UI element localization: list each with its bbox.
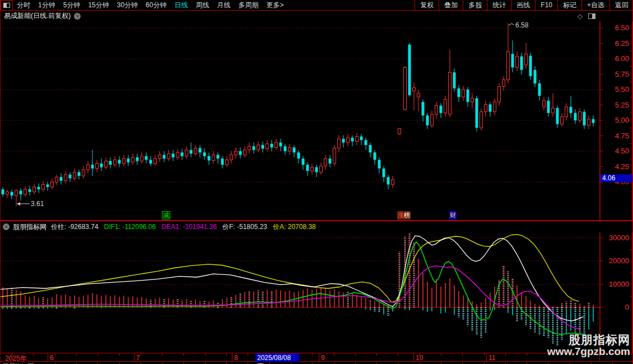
month-label-8: 8 xyxy=(234,354,238,362)
tool-button-叠加[interactable]: 叠加 xyxy=(439,0,463,11)
period-tab-30分钟[interactable]: 30分钟 xyxy=(117,1,138,10)
indicator-axis-label: 10000 xyxy=(609,280,629,288)
period-tab-1分钟[interactable]: 1分钟 xyxy=(38,1,55,10)
week-tick xyxy=(248,353,248,356)
event-marker-涨榜[interactable]: 涨榜 xyxy=(397,211,411,220)
week-tick xyxy=(33,353,34,356)
month-separator xyxy=(413,353,414,362)
indicator-line-magenta xyxy=(1,266,580,329)
week-tick xyxy=(162,353,162,356)
period-tab-5分钟[interactable]: 5分钟 xyxy=(63,1,81,10)
indicator-axis-label: 0 xyxy=(625,303,629,311)
indicator-line-green xyxy=(1,242,583,334)
layout-button[interactable] xyxy=(1,0,13,11)
month-label-6: 6 xyxy=(50,354,54,362)
svg-text:3.61: 3.61 xyxy=(31,200,44,208)
month-separator xyxy=(134,353,134,362)
period-tab-更多>[interactable]: 更多> xyxy=(266,1,283,10)
tool-buttons: 复权叠加多股统计画线F10标记+自选返回 xyxy=(415,0,633,11)
indicator-axis-label: 30000 xyxy=(609,234,629,242)
event-marker-财[interactable]: 财 xyxy=(449,211,457,220)
svg-text:6.58: 6.58 xyxy=(515,21,529,29)
week-tick xyxy=(355,353,356,356)
week-tick xyxy=(376,353,377,356)
axis-border xyxy=(599,353,600,362)
week-tick xyxy=(205,353,206,356)
week-tick xyxy=(183,353,184,356)
candlestick-chart[interactable]: 6.583.616.506.256.005.755.505.255.004.75… xyxy=(1,21,633,221)
indicator-readout: 价F: -51805.23 xyxy=(222,223,267,231)
period-tab-月线[interactable]: 月线 xyxy=(217,1,230,10)
price-axis-label: 5.75 xyxy=(615,70,629,78)
month-separator xyxy=(319,353,319,362)
period-tab-分时[interactable]: 分时 xyxy=(17,1,30,10)
tool-button-返回[interactable]: 返回 xyxy=(609,0,633,11)
week-tick xyxy=(548,353,548,356)
period-tab-日线[interactable]: 日线 xyxy=(174,1,188,10)
month-separator xyxy=(232,353,232,362)
tool-button-复权[interactable]: 复权 xyxy=(415,0,439,11)
trading-app-window: 分时1分钟5分钟15分钟30分钟60分钟日线周线月线多周期更多> 复权叠加多股统… xyxy=(0,0,633,364)
price-axis-label: 4.75 xyxy=(615,132,629,140)
week-tick xyxy=(312,353,313,356)
week-tick xyxy=(55,353,55,356)
tool-button-标记[interactable]: 标记 xyxy=(557,0,581,11)
period-tab-多周期[interactable]: 多周期 xyxy=(238,1,258,10)
selected-date-badge: 2025/08/08五 xyxy=(255,353,299,362)
month-label-11: 11 xyxy=(488,354,495,362)
week-tick xyxy=(527,353,527,356)
diamond-icon[interactable]: ◇ xyxy=(578,12,583,20)
date-axis[interactable]: 2025年 678910112025/08/08五 xyxy=(1,353,633,362)
price-axis-label: 6.50 xyxy=(615,24,629,32)
period-tab-60分钟[interactable]: 60分钟 xyxy=(146,1,166,10)
tool-button-F10[interactable]: F10 xyxy=(535,0,557,11)
week-tick xyxy=(12,353,12,356)
price-axis-label: 6.25 xyxy=(615,39,629,48)
indicator-line-white xyxy=(1,236,583,321)
window-icon[interactable] xyxy=(588,13,595,19)
week-tick xyxy=(334,353,334,356)
period-toolbar: 分时1分钟5分钟15分钟30分钟60分钟日线周线月线多周期更多> 复权叠加多股统… xyxy=(1,0,633,11)
week-tick xyxy=(441,353,441,356)
chevron-down-icon[interactable]: ˅ xyxy=(74,13,81,20)
price-axis-label: 4.25 xyxy=(615,162,629,171)
tool-button-+自选[interactable]: +自选 xyxy=(581,0,609,11)
tool-button-画线[interactable]: 画线 xyxy=(511,0,535,11)
month-label-7: 7 xyxy=(136,354,140,362)
week-tick xyxy=(398,353,398,356)
split-window-icon xyxy=(3,3,10,8)
indicator-chart[interactable]: 3000020000100000 xyxy=(1,232,633,353)
page-title: 易成新能(日线.前复权) xyxy=(4,11,71,21)
week-tick xyxy=(591,353,592,356)
event-marker-减[interactable]: 减 xyxy=(162,211,170,220)
current-price-badge: 4.06 xyxy=(602,174,616,182)
price-axis-label: 5.50 xyxy=(615,85,629,94)
collapse-icon[interactable]: ˅ xyxy=(3,223,10,230)
indicator-name: 股朋指标网 xyxy=(13,222,46,232)
month-separator xyxy=(48,353,48,362)
month-separator xyxy=(486,353,487,362)
price-axis-label: 4.50 xyxy=(615,147,629,155)
indicator-axis-label: 20000 xyxy=(609,256,629,265)
week-tick xyxy=(226,353,227,356)
indicator-readout: 价柱: -92683.74 xyxy=(51,223,99,231)
week-tick xyxy=(420,353,420,356)
indicator-readout: DIF1: -112096.06 xyxy=(104,223,156,231)
indicator-readout: DEA1: -101941.36 xyxy=(161,223,217,231)
tool-button-统计[interactable]: 统计 xyxy=(487,0,511,11)
period-tab-15分钟[interactable]: 15分钟 xyxy=(88,1,109,10)
week-tick xyxy=(119,353,120,356)
week-tick xyxy=(97,353,98,356)
week-tick xyxy=(76,353,77,356)
indicator-header: ˅ 股朋指标网 价柱: -92683.74DIF1: -112096.06DEA… xyxy=(1,221,600,232)
period-tabs: 分时1分钟5分钟15分钟30分钟60分钟日线周线月线多周期更多> xyxy=(13,1,283,10)
week-tick xyxy=(462,353,463,356)
tool-button-多股[interactable]: 多股 xyxy=(463,0,487,11)
indicator-values: 价柱: -92683.74DIF1: -112096.06DEA1: -1019… xyxy=(51,222,322,232)
week-tick xyxy=(484,353,485,356)
month-label-9: 9 xyxy=(321,354,325,362)
price-axis-label: 5.00 xyxy=(615,116,629,124)
week-tick xyxy=(570,353,570,356)
period-tab-周线[interactable]: 周线 xyxy=(196,1,209,10)
week-tick xyxy=(505,353,506,356)
